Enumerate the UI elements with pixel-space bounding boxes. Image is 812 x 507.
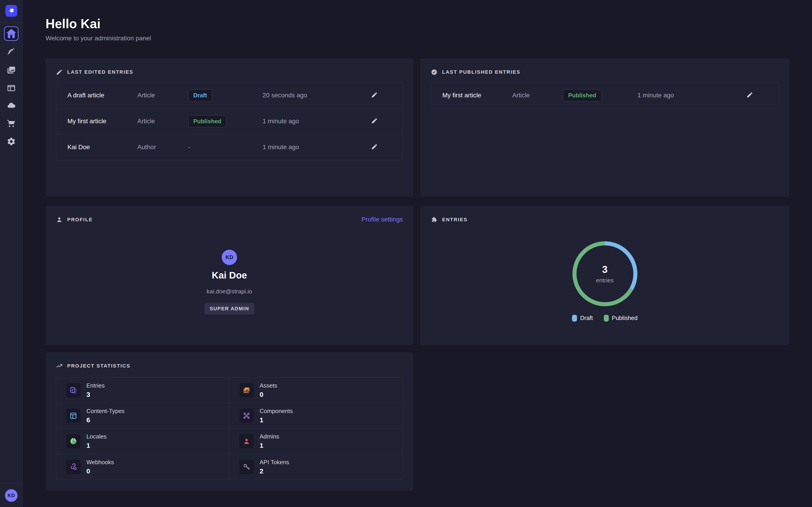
entry-time: 1 minute ago	[262, 118, 357, 125]
entry-name: Kai Doe	[67, 144, 137, 151]
card-title: LAST EDITED ENTRIES	[67, 69, 133, 75]
stat-label: API Tokens	[260, 459, 289, 466]
stat-value: 0	[260, 391, 277, 398]
entry-time: 1 minute ago	[262, 144, 357, 151]
stat-label: Content-Types	[86, 408, 124, 414]
published-swatch	[604, 315, 609, 322]
stat-value: 6	[86, 416, 124, 424]
stats-grid: Entries3 Assets0 Content-Types6 Componen…	[56, 378, 403, 480]
entry-kind: Article	[137, 118, 188, 125]
pencil-icon	[56, 69, 63, 75]
edit-entry-button[interactable]	[746, 92, 753, 98]
page-header: Hello Kai Welcome to your administration…	[46, 16, 151, 42]
stat-value: 1	[260, 442, 279, 449]
chart-legend: Draft Published	[420, 315, 789, 322]
table-row: My first article Article Published 1 min…	[431, 82, 779, 108]
card-heading: PROFILE	[56, 216, 403, 223]
strapi-logo-icon	[7, 7, 15, 15]
documents-icon	[66, 383, 81, 397]
edit-entry-button[interactable]	[371, 117, 378, 124]
gear-icon	[7, 137, 16, 146]
sidebar-item-content-type-builder[interactable]	[7, 83, 16, 93]
profile-body: KD Kai Doe kai.doe@strapi.io SUPER ADMIN	[56, 223, 403, 314]
profile-settings-link[interactable]: Profile settings	[361, 216, 403, 223]
home-icon	[5, 27, 18, 40]
sidebar-item-home[interactable]	[4, 26, 18, 41]
user-icon	[56, 216, 63, 223]
last-published-entries-card: LAST PUBLISHED ENTRIES My first article …	[420, 58, 789, 196]
entry-kind: Article	[137, 92, 188, 99]
card-title: PROJECT STATISTICS	[67, 363, 131, 369]
stat-api-tokens: API Tokens2	[230, 454, 403, 480]
avatar: KD	[222, 250, 237, 265]
stat-label: Locales	[86, 433, 107, 440]
feather-icon	[7, 48, 16, 57]
pencil-icon	[371, 92, 378, 98]
draft-swatch	[572, 315, 577, 322]
card-heading: PROJECT STATISTICS	[56, 362, 403, 369]
profile-email: kai.doe@strapi.io	[207, 288, 252, 295]
sidebar-user-avatar[interactable]: KD	[5, 489, 17, 502]
strapi-admin-dashboard: KD Hello Kai Welcome to your administrat…	[0, 0, 812, 507]
legend-label: Published	[612, 315, 638, 322]
sidebar-item-marketplace[interactable]	[7, 119, 16, 128]
sidebar-bottom-divider	[0, 483, 22, 483]
entries-table: My first article Article Published 1 min…	[431, 82, 779, 108]
stat-value: 0	[86, 467, 114, 475]
card-title: LAST PUBLISHED ENTRIES	[442, 69, 520, 75]
legend-item-published: Published	[604, 315, 638, 322]
images-icon	[239, 383, 254, 397]
components-icon	[239, 408, 254, 423]
stat-label: Webhooks	[86, 459, 114, 466]
entries-count-label: entries	[596, 277, 613, 284]
edit-entry-button[interactable]	[371, 143, 378, 150]
stat-content-types: Content-Types6	[56, 403, 230, 429]
globe-icon	[66, 434, 81, 448]
stat-label: Components	[260, 408, 293, 414]
stat-value: 1	[86, 442, 107, 449]
sidebar: KD	[0, 0, 23, 507]
stat-entries: Entries3	[56, 378, 230, 403]
donut-center: 3 entries	[572, 241, 638, 306]
edit-entry-button[interactable]	[371, 92, 378, 98]
sidebar-item-cloud[interactable]	[7, 101, 16, 110]
table-row: A draft article Article Draft 20 seconds…	[56, 82, 403, 108]
page-subtitle: Welcome to your administration panel	[46, 35, 151, 42]
status-badge: Published	[563, 90, 601, 101]
stat-components: Components1	[230, 403, 403, 429]
puzzle-icon	[431, 216, 438, 223]
trending-up-icon	[56, 362, 63, 369]
key-icon	[239, 460, 254, 474]
cart-icon	[7, 119, 16, 128]
entries-donut-chart: 3 entries	[572, 241, 638, 306]
last-edited-entries-card: LAST EDITED ENTRIES A draft article Arti…	[46, 58, 413, 196]
card-heading: ENTRIES	[431, 216, 779, 223]
stat-value: 2	[260, 467, 289, 475]
stat-webhooks: Webhooks0	[56, 454, 230, 480]
sidebar-item-settings[interactable]	[7, 137, 16, 146]
stat-label: Entries	[86, 382, 105, 389]
project-statistics-card: PROJECT STATISTICS Entries3 Assets0 Cont…	[46, 352, 413, 491]
stat-locales: Locales1	[56, 429, 230, 454]
stat-label: Assets	[260, 382, 277, 389]
stat-value: 1	[260, 416, 293, 424]
table-row: Kai Doe Author - 1 minute ago	[56, 134, 403, 160]
entry-kind: Author	[137, 144, 188, 151]
status-badge: Published	[188, 115, 226, 127]
sidebar-item-content-manager[interactable]	[7, 48, 16, 57]
stat-assets: Assets0	[230, 378, 403, 403]
page-title: Hello Kai	[46, 16, 151, 31]
entry-time: 20 seconds ago	[262, 92, 357, 99]
strapi-logo[interactable]	[5, 5, 17, 17]
entry-name: A draft article	[67, 92, 137, 99]
status-badge: Draft	[188, 90, 212, 101]
stat-admins: Admins1	[230, 429, 403, 454]
stat-value: 3	[86, 391, 105, 398]
sidebar-item-media-library[interactable]	[7, 66, 16, 74]
webhook-icon	[66, 460, 81, 474]
cloud-icon	[7, 101, 16, 110]
entry-time: 1 minute ago	[638, 92, 732, 99]
card-heading: LAST PUBLISHED ENTRIES	[431, 69, 779, 75]
pencil-icon	[371, 143, 378, 150]
table-row: My first article Article Published 1 min…	[56, 108, 403, 134]
